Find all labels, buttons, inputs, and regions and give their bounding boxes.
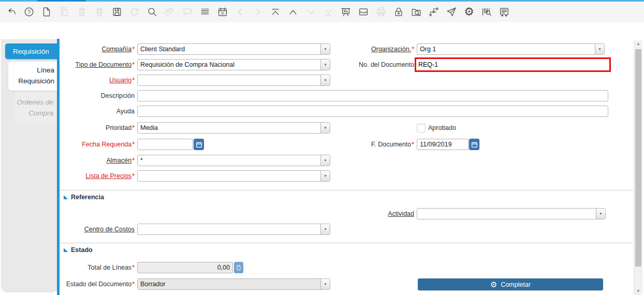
last-record-icon <box>322 6 334 18</box>
grid-toggle-icon[interactable] <box>199 6 211 18</box>
scrollbar-thumb[interactable] <box>635 49 641 267</box>
priority-dropdown-button[interactable]: ▼ <box>320 123 330 133</box>
date-document-field <box>417 139 479 150</box>
zoom-across-icon[interactable] <box>410 6 422 18</box>
user-dropdown-button[interactable]: ▼ <box>320 75 330 85</box>
price-list-input[interactable] <box>138 171 320 181</box>
description-label: Descripción <box>60 90 135 101</box>
date-required-calendar-button[interactable] <box>194 139 204 150</box>
document-type-label[interactable]: Tipo de Documento* <box>60 59 135 70</box>
tab-requisicion[interactable]: Requisición <box>5 43 57 59</box>
organization-dropdown-button[interactable]: ▼ <box>595 44 604 54</box>
document-no-highlight-box <box>415 57 611 72</box>
new-record-icon[interactable] <box>40 6 53 18</box>
activity-combo: ▼ <box>417 208 606 219</box>
user-combo: ▼ <box>137 75 330 86</box>
reference-section-title: Referencia <box>71 194 104 201</box>
company-dropdown-button[interactable]: ▼ <box>320 44 330 54</box>
delete-record-icon <box>76 6 88 18</box>
company-label[interactable]: Compañía* <box>60 43 135 55</box>
process-gear-icon[interactable]: ⚙ <box>463 6 475 18</box>
warehouse-input[interactable] <box>138 155 320 166</box>
product-info-icon[interactable] <box>480 6 493 18</box>
cost-center-dropdown-button[interactable]: ▼ <box>320 224 330 234</box>
section-divider <box>60 190 633 190</box>
row-company-organization: Compañía* ▼ Organización.* ▼ <box>60 43 634 55</box>
attachment-icon <box>164 6 176 18</box>
parent-record-icon[interactable] <box>287 6 299 18</box>
row-doc-status-complete: Estado del Documento* ▼ ⚙ Completar <box>60 278 634 290</box>
total-lines-field <box>137 262 243 273</box>
help-label: Ayuda <box>60 106 135 117</box>
row-description: Descripción <box>60 90 634 101</box>
organization-input[interactable] <box>417 44 595 54</box>
total-lines-input <box>137 262 233 273</box>
reference-section-header[interactable]: Referencia <box>64 194 104 201</box>
undo-icon[interactable] <box>5 6 18 18</box>
first-record-icon[interactable] <box>269 6 282 18</box>
toolbar: ? 31 ⚙ <box>0 2 644 22</box>
collapse-triangle-icon <box>64 248 68 252</box>
row-warehouse: Almacén* ▼ <box>60 155 634 166</box>
calendar-icon[interactable]: 31 <box>216 6 229 18</box>
cost-center-combo: ▼ <box>137 224 330 235</box>
previous-record-icon <box>234 6 246 18</box>
status-section-header[interactable]: Estado <box>64 246 93 254</box>
tab-linea-requisicion[interactable]: Línea Requisición <box>8 62 57 91</box>
section-divider <box>60 243 633 243</box>
warehouse-dropdown-button[interactable]: ▼ <box>320 155 330 166</box>
save-icon[interactable] <box>111 6 123 18</box>
document-type-input[interactable] <box>138 60 320 70</box>
user-input[interactable] <box>138 75 320 85</box>
scroll-down-arrow[interactable]: ▼ <box>634 288 642 295</box>
activity-input[interactable] <box>417 209 596 219</box>
document-type-dropdown-button[interactable]: ▼ <box>320 60 330 70</box>
detail-record-icon <box>304 6 317 18</box>
scroll-up-arrow[interactable]: ▲ <box>634 40 642 48</box>
document-no-input[interactable] <box>416 59 609 70</box>
collapse-triangle-icon <box>64 195 68 199</box>
find-icon[interactable] <box>146 6 158 18</box>
approved-checkbox[interactable] <box>417 124 426 132</box>
warehouse-label[interactable]: Almacén* <box>60 155 135 166</box>
activity-dropdown-button[interactable]: ▼ <box>596 209 605 219</box>
report-icon[interactable] <box>340 6 352 18</box>
activity-label[interactable]: Actividad <box>339 208 414 219</box>
archive-icon[interactable] <box>357 6 370 18</box>
date-required-input[interactable] <box>137 139 193 150</box>
priority-input[interactable] <box>138 123 320 133</box>
total-lines-calculator-button[interactable] <box>234 262 243 273</box>
description-input[interactable] <box>137 90 608 101</box>
price-list-label[interactable]: Lista de Precios* <box>60 170 135 182</box>
complete-button[interactable]: ⚙ Completar <box>418 278 603 290</box>
company-input[interactable] <box>138 44 320 54</box>
approved-label: Aprobado <box>428 124 456 132</box>
user-label[interactable]: Usuario* <box>60 75 135 86</box>
cost-center-input[interactable] <box>138 224 320 234</box>
price-list-dropdown-button[interactable]: ▼ <box>320 171 330 181</box>
cost-center-label[interactable]: Centro de Costos <box>60 224 135 235</box>
date-document-input[interactable] <box>417 139 469 150</box>
refresh-icon <box>128 6 141 18</box>
warehouse-combo: ▼ <box>137 155 330 166</box>
date-document-label: F. Documento* <box>339 139 414 150</box>
chat-icon <box>181 6 194 18</box>
row-activity: Actividad ▼ <box>60 208 634 219</box>
row-priority-approved: Prioridad* ▼ Aprobado <box>60 122 634 134</box>
tab-ordenes-de-compra: Ordenes de Compra <box>14 93 57 123</box>
help-input[interactable] <box>137 106 608 117</box>
workflow-icon[interactable] <box>428 6 440 18</box>
row-total-lines: Total de Líneas* <box>60 262 634 273</box>
doc-status-dropdown-button[interactable]: ▼ <box>320 279 330 289</box>
date-document-calendar-button[interactable] <box>469 139 479 150</box>
row-doctype-docno: Tipo de Documento* ▼ No. del Documento <box>60 59 634 70</box>
help-icon[interactable]: ? <box>23 6 35 18</box>
vertical-scrollbar[interactable]: ▲ ▼ <box>634 40 642 295</box>
price-list-combo: ▼ <box>137 170 330 182</box>
lock-icon[interactable] <box>392 6 405 18</box>
report-design-icon[interactable] <box>498 6 510 18</box>
send-mail-icon[interactable] <box>445 6 458 18</box>
svg-text:?: ? <box>27 9 31 15</box>
document-type-combo: ▼ <box>137 59 330 70</box>
organization-label[interactable]: Organización.* <box>339 43 414 55</box>
